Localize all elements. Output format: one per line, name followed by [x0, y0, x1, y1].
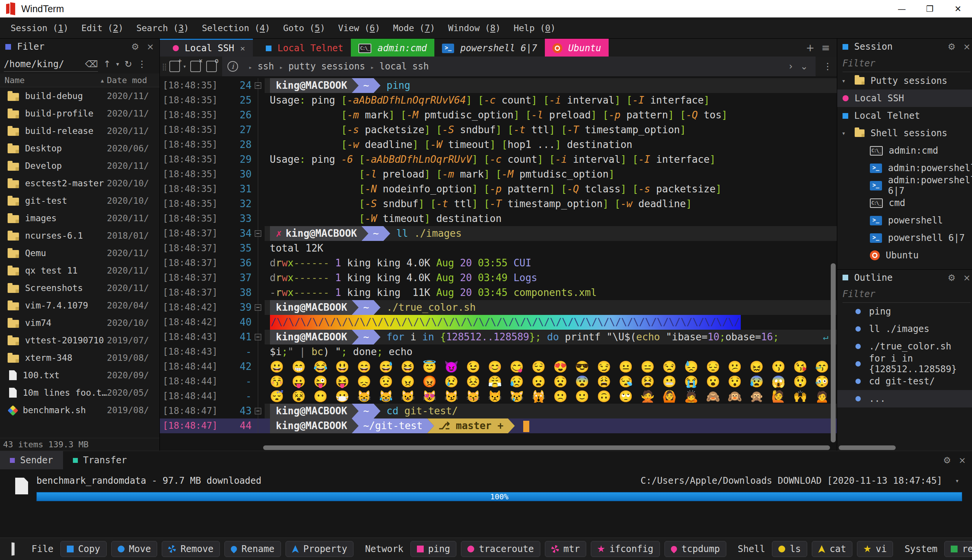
gear-icon[interactable]: ⚙ — [943, 455, 951, 465]
session-item-shell-sessions[interactable]: ▾Shell sessions — [837, 125, 972, 142]
breadcrumb-item[interactable]: ssh — [257, 61, 274, 72]
terminal-tab-admin-cmd[interactable]: C:\_admin:cmd — [351, 39, 434, 57]
minimize-button[interactable]: — — [888, 0, 916, 17]
menu-item-search[interactable]: Search (3) — [132, 21, 193, 35]
menu-item-selection[interactable]: Selection (4) — [198, 21, 274, 35]
horizontal-scrollbar[interactable] — [839, 445, 896, 450]
file-row[interactable]: Qemu2020/11/ — [0, 244, 159, 262]
file-row[interactable]: vim-7.4.10792020/04/ — [0, 297, 159, 314]
session-item-putty-sessions[interactable]: ▾Putty sessions — [837, 72, 972, 90]
file-row[interactable]: Screenshots2020/11/ — [0, 279, 159, 297]
session-item-local-telnet[interactable]: Local Telnet — [837, 107, 972, 125]
more-menu-icon[interactable]: ⋮ — [823, 61, 832, 72]
tab-list-icon[interactable]: ≡ — [821, 42, 830, 53]
file-row[interactable]: Develop2020/11/ — [0, 157, 159, 175]
gear-icon[interactable]: ⚙ — [948, 42, 956, 52]
close-icon[interactable]: × — [147, 42, 154, 52]
detach-session-button[interactable]: o — [206, 61, 217, 72]
transfer-item[interactable]: benchmark_randomdata - 97.7 MB downloade… — [0, 469, 972, 501]
chevron-down-icon[interactable]: ▾ — [183, 63, 186, 70]
gear-icon[interactable]: ⚙ — [131, 42, 139, 52]
toolbar-button-ls[interactable]: ls — [772, 541, 807, 557]
file-row[interactable]: Desktop2020/06/ — [0, 140, 159, 157]
file-row[interactable]: build-release2020/11/ — [0, 122, 159, 140]
file-row[interactable]: images2020/11/ — [0, 210, 159, 227]
backspace-icon[interactable]: ⌫ — [85, 59, 98, 70]
file-row[interactable]: ncurses-6.12018/01/ — [0, 227, 159, 244]
outline-filter-input[interactable] — [843, 289, 970, 299]
toolbar-button-vi[interactable]: vi — [857, 541, 893, 557]
horizontal-scrollbar[interactable] — [263, 445, 830, 450]
menu-item-window[interactable]: Window (8) — [444, 21, 504, 35]
session-filter-input[interactable] — [843, 58, 970, 69]
terminal-tab-powershell-6-7[interactable]: >_powershell 6|7 — [434, 39, 544, 57]
file-row[interactable]: 10m_lines_foo.t…2020/05/ — [0, 384, 159, 402]
breadcrumb-item[interactable]: local ssh — [379, 61, 429, 72]
fold-collapse-icon[interactable]: − — [255, 304, 261, 311]
session-item-ubuntu[interactable]: Ubuntu — [837, 247, 972, 264]
file-row[interactable]: qx_test_112020/11/ — [0, 262, 159, 279]
toolbar-button-traceroute[interactable]: traceroute — [461, 541, 540, 557]
session-item-admin-powershell-6-7[interactable]: >_admin:powershell 6|7 — [837, 177, 972, 194]
session-item-powershell[interactable]: >_powershell — [837, 212, 972, 229]
file-row[interactable]: build-profile2020/11/ — [0, 105, 159, 122]
file-row[interactable]: 100.txt2020/09/ — [0, 367, 159, 384]
toolbar-button-rename[interactable]: Rename — [224, 541, 281, 557]
column-name[interactable]: Name — [0, 75, 100, 85]
refresh-icon[interactable]: ↻ — [125, 59, 132, 70]
toolbar-button-tcpdump[interactable]: tcpdump — [665, 541, 726, 557]
file-row[interactable]: xterm-3482019/08/ — [0, 349, 159, 367]
session-item-admin-cmd[interactable]: C:\_admin:cmd — [837, 142, 972, 159]
column-date-modified[interactable]: Date mod — [107, 75, 159, 85]
toolbar-button-move[interactable]: Move — [111, 541, 157, 557]
transfer-tab-transfer[interactable]: Transfer — [63, 451, 137, 469]
up-directory-icon[interactable]: ↑ — [103, 59, 111, 70]
outline-item[interactable]: cd git-test/ — [837, 373, 972, 390]
new-tab-icon[interactable]: + — [806, 42, 815, 53]
file-row[interactable]: vim742020/10/ — [0, 314, 159, 332]
close-icon[interactable]: × — [959, 455, 966, 465]
chevron-down-icon[interactable]: ▾ — [955, 477, 959, 485]
maximize-button[interactable]: ❐ — [916, 0, 944, 17]
chevron-down-icon[interactable]: ▾ — [116, 61, 119, 68]
file-row[interactable]: benchmark.sh2019/08/ — [0, 402, 159, 419]
drag-handle[interactable]: ⣿ — [162, 63, 166, 70]
menu-item-session[interactable]: Session (1) — [7, 21, 72, 35]
toolbar-button-property[interactable]: Property — [286, 541, 354, 557]
toolbar-button-mtr[interactable]: mtr — [545, 541, 586, 557]
file-row[interactable]: esctest2-master2020/10/ — [0, 175, 159, 192]
expander-icon[interactable]: ▾ — [842, 129, 849, 137]
outline-item[interactable]: for i in {128512..128589} — [837, 355, 972, 373]
menu-item-help[interactable]: Help (0) — [510, 21, 559, 35]
transfer-tab-sender[interactable]: Sender — [0, 451, 63, 469]
toolbar-button-ifconfig[interactable]: ifconfig — [591, 541, 660, 557]
toolbar-button-reboot[interactable]: reboot — [944, 541, 972, 557]
close-icon[interactable]: × — [963, 42, 970, 52]
info-icon[interactable]: i — [227, 61, 238, 72]
menu-item-view[interactable]: View (6) — [334, 21, 384, 35]
session-item-cmd[interactable]: C:\_cmd — [837, 194, 972, 212]
chevron-right-icon[interactable]: › — [789, 61, 793, 72]
terminal-tab-ubuntu[interactable]: Ubuntu — [545, 39, 609, 57]
file-row[interactable]: build-debug2020/11/ — [0, 87, 159, 105]
fold-collapse-icon[interactable]: − — [255, 230, 261, 237]
fold-collapse-icon[interactable]: − — [255, 334, 261, 340]
chevron-down-icon[interactable]: ⌄ — [800, 61, 808, 72]
close-icon[interactable]: × — [963, 273, 970, 283]
expander-icon[interactable]: ▾ — [842, 77, 849, 85]
file-row[interactable]: vttest-201907102019/07/ — [0, 332, 159, 349]
menu-item-edit[interactable]: Edit (2) — [77, 21, 127, 35]
terminal-tab-local-ssh[interactable]: Local SSH× — [160, 39, 253, 57]
new-session-button[interactable]: + — [169, 61, 180, 72]
session-item-local-ssh[interactable]: Local SSH — [837, 90, 972, 107]
toolbar-button-cat[interactable]: cat — [812, 541, 852, 557]
gear-icon[interactable]: ⚙ — [948, 273, 956, 283]
outline-item[interactable]: ./true_color.sh — [837, 338, 972, 355]
fold-collapse-icon[interactable]: − — [255, 408, 261, 414]
more-menu-icon[interactable]: ⋮ — [137, 59, 147, 70]
fold-collapse-icon[interactable]: − — [255, 82, 261, 89]
outline-item[interactable]: ping — [837, 303, 972, 320]
session-item-admin-powershell[interactable]: >_admin:powershell — [837, 159, 972, 177]
path-input[interactable] — [4, 59, 80, 70]
toolbar-button-copy[interactable]: Copy — [60, 541, 107, 557]
